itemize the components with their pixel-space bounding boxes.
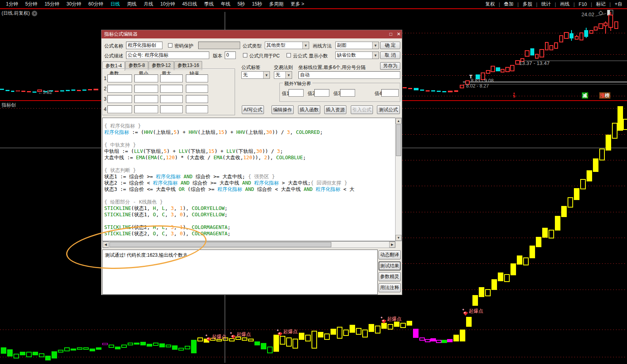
decimals-label: 显示小数 <box>309 53 328 59</box>
param-input[interactable] <box>186 105 208 113</box>
action-button[interactable]: 插入函数 <box>298 105 320 114</box>
maximize-icon[interactable]: □ <box>388 31 394 37</box>
param-input[interactable] <box>186 95 208 103</box>
password-input[interactable] <box>198 42 240 49</box>
chevron-down-icon[interactable]: ▾ <box>32 11 37 16</box>
candle <box>510 65 514 71</box>
param-input[interactable] <box>107 105 132 113</box>
draw-method-select[interactable]: 副图▼ <box>335 42 379 49</box>
formula-type-select[interactable]: 其他类型▼ <box>265 42 309 49</box>
formula-desc-input[interactable]: 公众号: 程序化指标 <box>126 51 209 59</box>
period-tab[interactable]: 10分钟 <box>157 0 178 8</box>
version-input[interactable]: 0 <box>225 51 236 59</box>
cancel-button[interactable]: 取 消 <box>380 51 400 59</box>
toolbar-button[interactable]: F10 <box>575 1 591 8</box>
password-protect-checkbox[interactable] <box>168 43 172 48</box>
value4-input[interactable] <box>381 89 399 97</box>
save-as-button[interactable]: 另存为 <box>380 62 400 70</box>
action-button[interactable]: 编辑操作 <box>271 105 294 114</box>
period-tab[interactable]: 更多 > <box>287 0 308 8</box>
dialog-titlebar[interactable]: 指标公式编辑器 □ ✕ <box>101 30 402 38</box>
param-input[interactable] <box>160 85 183 93</box>
period-tab[interactable]: 30分钟 <box>63 0 85 8</box>
candle <box>504 274 510 282</box>
dropdown-arrow-icon: ▼ <box>372 52 378 59</box>
param-input[interactable] <box>134 74 158 82</box>
cloud-formula-checkbox[interactable] <box>287 53 291 57</box>
candle <box>530 48 534 55</box>
candle <box>501 69 505 72</box>
toolbar-button[interactable]: +自 <box>611 0 626 8</box>
action-button[interactable]: 插入资源 <box>324 105 346 114</box>
scroll-left-icon[interactable]: ◀ <box>103 242 109 248</box>
formula-code-editor[interactable]: { 程序化指标 }程序化指标 := (HHV(上轨组,5) + HHV(上轨组,… <box>102 118 396 241</box>
candle <box>60 90 64 91</box>
toolbar-button[interactable]: 多股 <box>519 0 536 8</box>
vscroll-thumb[interactable] <box>396 124 401 156</box>
period-tab[interactable]: 周线 <box>123 0 140 8</box>
code-line: STICKLINE(状态2, H, L, 3, 1), COLORMAGENTA… <box>104 224 394 231</box>
pc-only-checkbox[interactable] <box>243 53 247 57</box>
candle <box>491 66 495 72</box>
formula-tag-select[interactable]: 无▼ <box>241 71 270 79</box>
formula-name-input[interactable]: 程序化指标创 <box>126 42 162 49</box>
param-input[interactable] <box>160 74 183 82</box>
candle <box>530 246 535 258</box>
sparkle-icon: ✦ <box>276 329 279 332</box>
coord-position-input[interactable]: 自动 <box>298 71 400 79</box>
ok-button[interactable]: 确 定 <box>380 42 400 49</box>
editor-vertical-scrollbar[interactable]: ▲ ▼ <box>395 118 402 241</box>
side-button[interactable]: 测试结果 <box>378 261 401 271</box>
value3-input[interactable] <box>340 89 355 97</box>
toolbar-button[interactable]: 统计 <box>537 0 555 8</box>
period-tab[interactable]: 1分钟 <box>2 0 22 8</box>
code-line: { 绘图部分 - K线颜色 } <box>104 199 394 205</box>
period-tab[interactable]: 年线 <box>217 0 234 8</box>
decimals-select[interactable]: 缺省位数▼ <box>335 51 379 59</box>
rank-badge[interactable]: 涨榜 <box>599 92 610 99</box>
period-tab[interactable]: 5秒 <box>234 0 249 8</box>
param-input[interactable] <box>134 105 158 113</box>
toolbar-button[interactable]: 标记 <box>592 0 610 8</box>
trade-rule-select[interactable]: 无▼ <box>274 71 292 79</box>
param-input[interactable] <box>186 85 208 93</box>
period-tab[interactable]: 45日线 <box>179 0 201 8</box>
period-tab[interactable]: 日线 <box>107 0 123 8</box>
period-tab[interactable]: 15秒 <box>249 0 266 8</box>
param-input[interactable] <box>134 85 158 93</box>
reduce-badge[interactable]: 减 <box>582 92 588 99</box>
period-tab[interactable]: 多周期 <box>266 0 287 8</box>
close-icon[interactable]: ✕ <box>396 31 402 37</box>
code-line: 状态2 := 综合价 < 程序化指标 AND 综合价 >= 大盘中线 AND 程… <box>104 180 394 186</box>
param-input[interactable] <box>107 95 132 103</box>
toolbar-button[interactable]: 复权 <box>481 0 499 8</box>
side-button[interactable]: 用法注释 <box>378 283 401 292</box>
candle <box>442 91 446 92</box>
param-input[interactable] <box>160 105 183 113</box>
action-button[interactable]: 测试公式 <box>377 105 400 114</box>
side-button[interactable]: 参数精灵 <box>378 272 401 281</box>
period-tab[interactable]: 月线 <box>140 0 157 8</box>
param-input[interactable] <box>160 95 183 103</box>
param-input[interactable] <box>107 74 132 82</box>
scroll-up-icon[interactable]: ▲ <box>396 118 401 124</box>
period-tab[interactable]: 60分钟 <box>85 0 107 8</box>
value1-input[interactable] <box>289 89 304 97</box>
scroll-down-icon[interactable]: ▼ <box>396 235 401 241</box>
period-tab[interactable]: 季线 <box>201 0 217 8</box>
dialog-title: 指标公式编辑器 <box>104 31 138 38</box>
toolbar-button[interactable]: 画线 <box>556 0 573 8</box>
editor-horizontal-scrollbar[interactable]: ◀ ▶ <box>102 241 396 248</box>
hscroll-thumb[interactable] <box>109 242 331 247</box>
candle <box>39 353 44 357</box>
param-input[interactable] <box>186 74 208 82</box>
param-input[interactable] <box>107 85 132 93</box>
toolbar-button[interactable]: 叠加 <box>500 0 518 8</box>
period-tab[interactable]: 15分钟 <box>41 0 63 8</box>
period-tab[interactable]: 5分钟 <box>22 0 41 8</box>
value2-input[interactable] <box>314 89 329 97</box>
scroll-right-icon[interactable]: ▶ <box>389 242 395 248</box>
side-button[interactable]: 动态翻译 <box>378 250 401 259</box>
action-button[interactable]: AI写公式 <box>242 105 264 114</box>
param-input[interactable] <box>134 95 158 103</box>
